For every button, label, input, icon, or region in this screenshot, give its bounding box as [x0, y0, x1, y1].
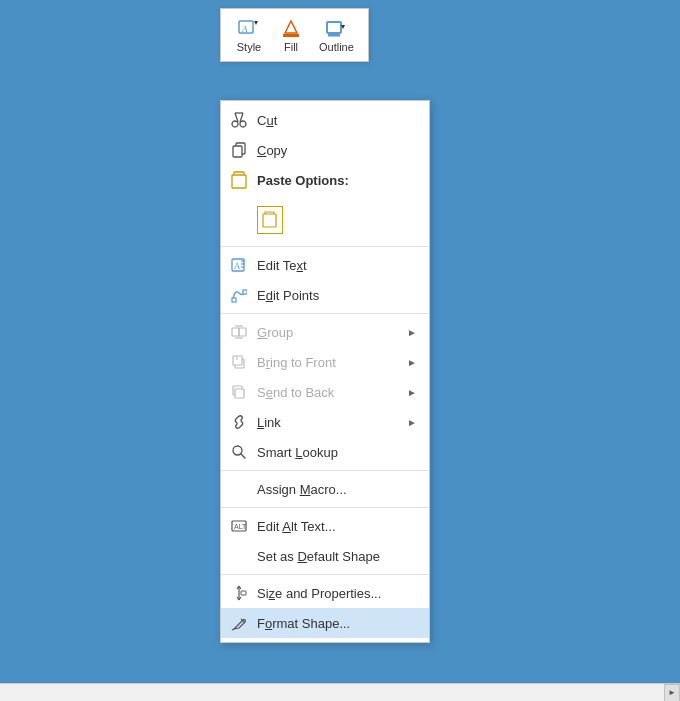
- menu-item-cut[interactable]: Cut: [221, 105, 429, 135]
- cut-icon: [229, 110, 249, 130]
- style-label: Style: [237, 41, 261, 53]
- search-icon: [229, 442, 249, 462]
- alt-text-icon: ALT: [229, 516, 249, 536]
- edit-text-label: Edit Text: [257, 258, 417, 273]
- link-icon: [229, 412, 249, 432]
- outline-icon: [324, 17, 348, 39]
- toolbar-fill[interactable]: Fill: [271, 15, 311, 55]
- svg-rect-23: [232, 298, 236, 302]
- menu-item-edit-points[interactable]: Edit Points: [221, 280, 429, 310]
- menu-item-copy[interactable]: Copy: [221, 135, 429, 165]
- paste-option-button[interactable]: [257, 206, 283, 234]
- copy-label: Copy: [257, 143, 417, 158]
- svg-rect-26: [239, 328, 246, 336]
- copy-icon: [229, 140, 249, 160]
- smart-lookup-label: Smart Lookup: [257, 445, 417, 460]
- paste-options-row: [257, 202, 295, 238]
- horizontal-scrollbar: ►: [0, 683, 680, 701]
- set-default-shape-label: Set as Default Shape: [257, 549, 417, 564]
- svg-rect-24: [243, 290, 247, 294]
- group-arrow: ►: [407, 327, 417, 338]
- menu-item-group[interactable]: Group ►: [221, 317, 429, 347]
- format-shape-icon: [229, 613, 249, 633]
- separator-4: [221, 507, 429, 508]
- svg-rect-43: [241, 591, 246, 595]
- edit-text-icon: A: [229, 255, 249, 275]
- svg-marker-2: [254, 21, 258, 25]
- menu-item-edit-alt-text[interactable]: ALT Edit Alt Text...: [221, 511, 429, 541]
- menu-item-send-to-back[interactable]: Send to Back ►: [221, 377, 429, 407]
- scroll-right-arrow[interactable]: ►: [664, 684, 680, 702]
- svg-text:A: A: [234, 261, 241, 271]
- svg-text:ALT: ALT: [234, 523, 247, 530]
- bring-to-front-label: Bring to Front: [257, 355, 399, 370]
- cut-label: Cut: [257, 113, 417, 128]
- svg-rect-5: [328, 34, 340, 37]
- menu-item-edit-text[interactable]: A Edit Text: [221, 250, 429, 280]
- send-back-icon: [229, 382, 249, 402]
- svg-text:A: A: [241, 24, 248, 34]
- formatting-toolbar: A Style Fill Outline: [220, 8, 369, 62]
- edit-points-label: Edit Points: [257, 288, 417, 303]
- svg-rect-15: [232, 175, 246, 188]
- bring-front-arrow: ►: [407, 357, 417, 368]
- group-label: Group: [257, 325, 399, 340]
- format-shape-label: Format Shape...: [257, 616, 417, 631]
- assign-macro-label: Assign Macro...: [257, 482, 417, 497]
- edit-alt-text-label: Edit Alt Text...: [257, 519, 417, 534]
- svg-line-35: [241, 454, 245, 458]
- edit-points-icon: [229, 285, 249, 305]
- menu-item-format-shape[interactable]: Format Shape...: [221, 608, 429, 638]
- send-back-arrow: ►: [407, 387, 417, 398]
- bring-front-icon: [229, 352, 249, 372]
- separator-3: [221, 470, 429, 471]
- send-to-back-label: Send to Back: [257, 385, 399, 400]
- size-and-properties-label: Size and Properties...: [257, 586, 417, 601]
- svg-rect-3: [283, 34, 299, 37]
- style-icon: A: [237, 17, 261, 39]
- menu-item-set-default-shape[interactable]: Set as Default Shape: [221, 541, 429, 571]
- menu-item-assign-macro[interactable]: Assign Macro...: [221, 474, 429, 504]
- outline-label: Outline: [319, 41, 354, 53]
- svg-rect-33: [235, 389, 244, 398]
- menu-item-bring-to-front[interactable]: Bring to Front ►: [221, 347, 429, 377]
- menu-item-size-and-properties[interactable]: Size and Properties...: [221, 578, 429, 608]
- toolbar-outline[interactable]: Outline: [313, 15, 360, 55]
- size-icon: [229, 583, 249, 603]
- paste-options-label: Paste Options:: [257, 173, 349, 188]
- fill-icon: [279, 17, 303, 39]
- separator-5: [221, 574, 429, 575]
- separator-2: [221, 313, 429, 314]
- svg-point-7: [232, 121, 238, 127]
- assign-macro-icon: [229, 479, 249, 499]
- svg-rect-13: [233, 146, 242, 157]
- svg-rect-25: [232, 328, 239, 336]
- menu-item-link[interactable]: Link ►: [221, 407, 429, 437]
- group-icon: [229, 322, 249, 342]
- fill-label: Fill: [284, 41, 298, 53]
- menu-item-smart-lookup[interactable]: Smart Lookup: [221, 437, 429, 467]
- svg-point-8: [240, 121, 246, 127]
- separator-1: [221, 246, 429, 247]
- paste-options-icon: [229, 170, 249, 190]
- link-label: Link: [257, 415, 399, 430]
- link-arrow: ►: [407, 417, 417, 428]
- svg-rect-4: [327, 22, 341, 33]
- menu-item-paste-options: Paste Options:: [221, 165, 429, 243]
- svg-line-45: [232, 629, 234, 630]
- context-menu: Cut Copy Paste Options:: [220, 100, 430, 643]
- set-default-icon: [229, 546, 249, 566]
- toolbar-style[interactable]: A Style: [229, 15, 269, 55]
- svg-rect-17: [263, 214, 276, 227]
